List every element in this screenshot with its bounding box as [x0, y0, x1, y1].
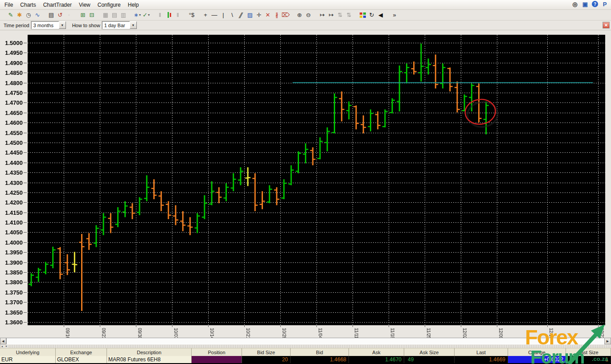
scroll-left-icon[interactable]: ◀	[0, 338, 6, 344]
col-last-size[interactable]: Last Size	[566, 348, 611, 356]
page-forward-icon[interactable]: ↦	[327, 11, 336, 19]
col-position	[192, 356, 242, 363]
delete-drawing-icon[interactable]: ✕	[263, 11, 272, 19]
how-to-show-label: How to show	[72, 23, 100, 28]
how-to-show-dropdown-icon[interactable]: ▼	[130, 21, 137, 29]
col-underlying[interactable]: Underlying	[0, 348, 56, 356]
bookmark-icon[interactable]: P	[601, 0, 608, 8]
bar-style-icon[interactable]	[164, 11, 173, 19]
col-underlying: EUR	[0, 356, 56, 363]
col-change[interactable]: Change	[508, 348, 566, 356]
eraser-icon[interactable]: ⌦	[281, 11, 290, 19]
close-panel-button[interactable]: ✕	[603, 22, 610, 29]
scrollbar-track[interactable]	[6, 338, 604, 344]
expand-vertical-icon: ⇅	[336, 11, 344, 19]
col-position[interactable]: Position	[192, 348, 242, 356]
col-ask[interactable]: Ask	[349, 348, 404, 356]
chart-colors-icon[interactable]	[358, 11, 367, 19]
magnify-out-icon[interactable]: ⊖	[304, 11, 313, 19]
go-to-end-icon[interactable]: ↦	[318, 11, 327, 19]
col-bid-size[interactable]: Bid Size	[242, 348, 291, 356]
col-bid-size: 20	[242, 356, 291, 363]
menu-bar: FileChartsChartTraderViewConfigureHelp ◎…	[0, 0, 611, 10]
reload-icon[interactable]: ↺	[56, 11, 65, 19]
price-chart[interactable]	[0, 30, 611, 338]
menu-help[interactable]: Help	[124, 1, 143, 9]
horizontal-scrollbar: ◀ ▶	[0, 338, 611, 345]
zoom-out-chart-icon[interactable]: ⊟	[87, 11, 96, 19]
move-tool-icon[interactable]: ✛	[254, 11, 263, 19]
detach-window-icon[interactable]: ▣	[582, 0, 589, 8]
row-scroll-up-icon[interactable]: ▲	[0, 345, 4, 348]
target-icon[interactable]: ◎	[571, 0, 578, 8]
histogram-style-icon: ‖	[173, 11, 182, 19]
chart-parameters-icon[interactable]: ✓	[142, 11, 151, 19]
chart-options-bar: Time period 3 months ▼ How to show 1 day…	[0, 20, 611, 30]
horizontal-line-tool-icon[interactable]: —	[210, 11, 219, 19]
quote-table-header: UnderlyingExchangeDescriptionPositionBid…	[0, 348, 611, 356]
menu-charts[interactable]: Charts	[16, 1, 39, 9]
chart-toolbar: ✎✱◷∿▤↺◦⊞⊟▦▤▥∗✓‖‖°$+—|\∥▨✛✕∦⌦⊕⊖↦↦⇅⇅↻◀»	[0, 10, 611, 20]
print-icon[interactable]: ▤	[47, 11, 56, 19]
col-last-size: 1	[566, 356, 611, 363]
help-icon[interactable]: ?	[592, 1, 598, 7]
quote-table-row[interactable]: EURGLOBEXMAR08 Futures 6EH8201.46681.467…	[0, 356, 611, 363]
menu-charttrader[interactable]: ChartTrader	[40, 1, 75, 9]
layout-columns-icon: ▥	[119, 11, 128, 19]
chart-area	[0, 30, 611, 338]
time-period-dropdown-icon[interactable]: ▼	[59, 21, 66, 29]
crosshair-tool-icon[interactable]: +	[201, 11, 210, 19]
row-scroll-down-icon[interactable]: ▼	[4, 345, 8, 348]
table-grip-row: ▲ ▼	[0, 345, 611, 348]
link-icon: ◦	[65, 11, 74, 19]
refresh-icon[interactable]: ↻	[367, 11, 376, 19]
scroll-right-icon[interactable]: ▶	[604, 338, 611, 344]
col-change: +0.0022	[508, 356, 566, 363]
col-exchange: GLOBEX	[56, 356, 107, 363]
price-display-icon[interactable]: °$	[187, 11, 196, 19]
pan-hand-icon[interactable]: ✱	[15, 11, 24, 19]
col-bid[interactable]: Bid	[291, 348, 349, 356]
snapshot-chart-icon[interactable]: ∿	[33, 11, 42, 19]
layout-tiles-icon: ▦	[101, 11, 110, 19]
line-style-icon: ‖	[156, 11, 164, 19]
time-setup-icon[interactable]: ◷	[24, 11, 33, 19]
col-ask: 1.4670	[349, 356, 404, 363]
how-to-show-select[interactable]: 1 day Bar	[102, 21, 130, 29]
menu-configure[interactable]: Configure	[94, 1, 124, 9]
magnify-in-icon[interactable]: ⊕	[295, 11, 304, 19]
col-ask-size: 49	[404, 356, 455, 363]
col-bid: 1.4668	[291, 356, 349, 363]
window-controls: ◎▣?P	[571, 0, 608, 8]
vertical-line-tool-icon[interactable]: |	[219, 11, 228, 19]
more-tools-icon[interactable]: »	[390, 11, 399, 19]
col-last[interactable]: Last	[455, 348, 508, 356]
charttrader-window: FileChartsChartTraderViewConfigureHelp ◎…	[0, 0, 611, 364]
fit-vertical-icon: ⇅	[344, 11, 353, 19]
time-period-label: Time period	[4, 23, 29, 28]
add-indicator-icon[interactable]: ∗	[133, 11, 142, 19]
menu-file[interactable]: File	[1, 1, 16, 9]
col-description[interactable]: Description	[107, 348, 192, 356]
col-description: MAR08 Futures 6EH8	[107, 356, 192, 363]
col-exchange[interactable]: Exchange	[56, 348, 107, 356]
delete-all-drawings-icon[interactable]: ∦	[272, 11, 281, 19]
col-ask-size[interactable]: Ask Size	[404, 348, 455, 356]
layout-rows-icon: ▤	[110, 11, 119, 19]
zoom-in-chart-icon[interactable]: ⊞	[78, 11, 87, 19]
announcements-icon[interactable]: ◀	[376, 11, 385, 19]
time-period-select[interactable]: 3 months	[31, 21, 59, 29]
menu-view[interactable]: View	[75, 1, 94, 9]
col-last: 1.4669	[455, 356, 508, 363]
edit-chart-icon[interactable]: ✎	[6, 11, 15, 19]
